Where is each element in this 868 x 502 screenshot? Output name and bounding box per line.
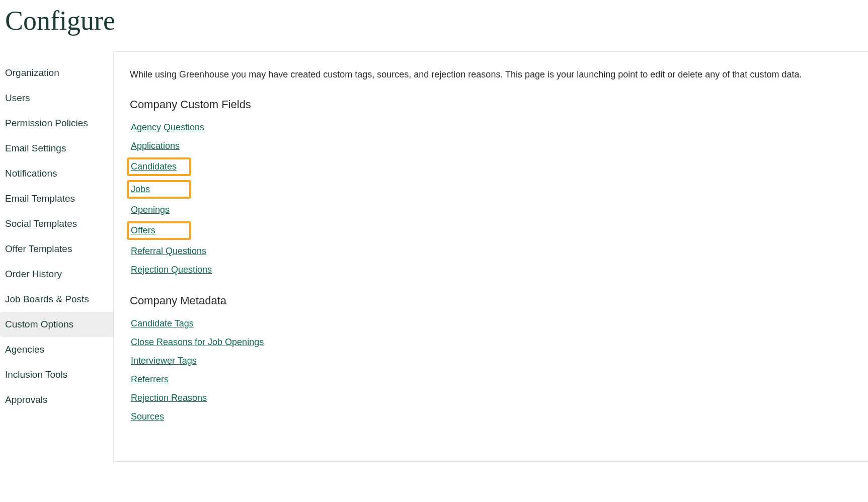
custom-fields-list: Agency Questions Applications Candidates…	[130, 120, 852, 277]
sidebar-item-custom-options[interactable]: Custom Options	[0, 312, 113, 337]
highlight-box: Offers	[127, 221, 191, 240]
metadata-heading: Company Metadata	[130, 294, 852, 307]
link-referral-questions[interactable]: Referral Questions	[130, 244, 207, 259]
link-close-reasons[interactable]: Close Reasons for Job Openings	[130, 335, 265, 350]
intro-text: While using Greenhouse you may have crea…	[130, 68, 852, 81]
sidebar-item-email-settings[interactable]: Email Settings	[0, 136, 113, 161]
link-referrers[interactable]: Referrers	[130, 372, 170, 387]
sidebar-item-inclusion-tools[interactable]: Inclusion Tools	[0, 362, 113, 387]
sidebar-item-offer-templates[interactable]: Offer Templates	[0, 236, 113, 262]
sidebar-item-approvals[interactable]: Approvals	[0, 387, 113, 412]
highlight-box: Jobs	[127, 180, 191, 199]
link-applications[interactable]: Applications	[130, 139, 181, 153]
sidebar: Organization Users Permission Policies E…	[0, 51, 113, 412]
link-agency-questions[interactable]: Agency Questions	[130, 120, 205, 135]
sidebar-item-agencies[interactable]: Agencies	[0, 337, 113, 362]
highlight-box: Candidates	[127, 157, 191, 176]
content-panel: While using Greenhouse you may have crea…	[113, 51, 868, 462]
link-interviewer-tags[interactable]: Interviewer Tags	[130, 354, 198, 368]
custom-fields-heading: Company Custom Fields	[130, 98, 852, 111]
sidebar-item-job-boards-posts[interactable]: Job Boards & Posts	[0, 287, 113, 312]
metadata-list: Candidate Tags Close Reasons for Job Ope…	[130, 316, 852, 424]
layout: Organization Users Permission Policies E…	[0, 51, 868, 462]
link-candidates[interactable]: Candidates	[129, 159, 178, 174]
link-offers[interactable]: Offers	[129, 223, 156, 238]
sidebar-item-permission-policies[interactable]: Permission Policies	[0, 111, 113, 136]
sidebar-item-social-templates[interactable]: Social Templates	[0, 211, 113, 236]
link-candidate-tags[interactable]: Candidate Tags	[130, 316, 195, 331]
link-rejection-reasons[interactable]: Rejection Reasons	[130, 391, 208, 405]
sidebar-item-users[interactable]: Users	[0, 86, 113, 111]
sidebar-item-order-history[interactable]: Order History	[0, 262, 113, 287]
link-jobs[interactable]: Jobs	[129, 182, 151, 197]
sidebar-item-notifications[interactable]: Notifications	[0, 161, 113, 186]
page-title: Configure	[5, 5, 868, 36]
link-openings[interactable]: Openings	[130, 203, 171, 217]
link-rejection-questions[interactable]: Rejection Questions	[130, 263, 213, 277]
sidebar-item-organization[interactable]: Organization	[0, 60, 113, 86]
link-sources[interactable]: Sources	[130, 409, 165, 424]
sidebar-item-email-templates[interactable]: Email Templates	[0, 186, 113, 211]
